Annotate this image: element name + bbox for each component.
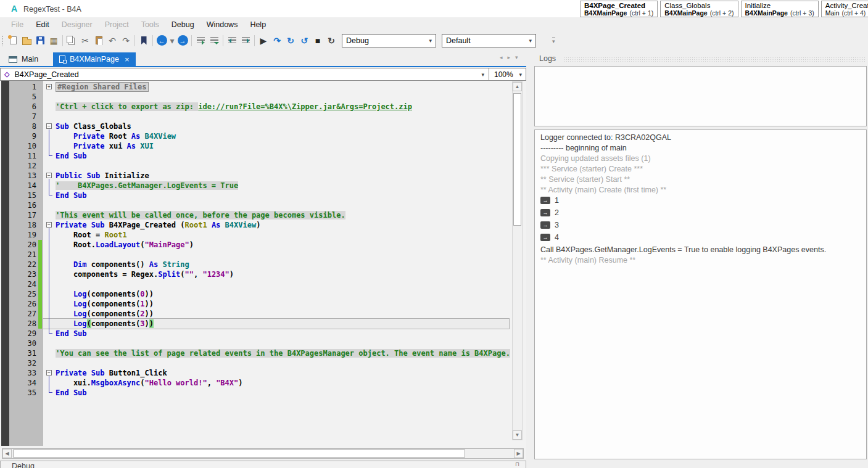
code-line-18[interactable]: −Private Sub B4XPage_Created (Root1 As B… [43, 220, 509, 230]
save-icon[interactable] [33, 34, 47, 47]
fold-collapse-icon[interactable]: − [46, 222, 52, 228]
tab-list-icon[interactable]: ▾ [515, 54, 518, 60]
toolbar-overflow-icon[interactable]: ▾ [552, 37, 555, 44]
cut-icon[interactable]: ✂ [78, 34, 92, 47]
navigate-forward-icon[interactable]: → [176, 34, 189, 47]
code-editor[interactable]: 1567891011121314151617181920212223242526… [0, 81, 526, 459]
fold-expand-icon[interactable]: + [46, 84, 52, 89]
quick-access-b4xpage_created[interactable]: B4XPage_CreatedB4XMainPage(ctrl + 1) [580, 1, 658, 17]
code-line-5[interactable] [43, 92, 509, 102]
code-line-31[interactable]: 'You can see the list of page related ev… [43, 348, 509, 358]
code-line-11[interactable]: End Sub [43, 151, 509, 161]
code-line-17[interactable]: 'This event will be called once, before … [43, 210, 509, 220]
step-over-icon[interactable]: ↻ [284, 34, 297, 47]
editor-horizontal-scrollbar[interactable]: ◀ ▶ [2, 448, 524, 459]
code-line-30[interactable] [43, 339, 509, 348]
logs-panel-drag-texture[interactable] [564, 57, 865, 62]
new-project-icon[interactable] [6, 34, 20, 47]
menu-file[interactable]: File [5, 18, 30, 31]
code-line-15[interactable]: End Sub [43, 191, 509, 200]
breakpoint-margin[interactable] [1, 81, 9, 446]
vertical-scroll-thumb[interactable] [513, 93, 521, 226]
code-line-29[interactable]: End Sub [43, 329, 509, 339]
menu-edit[interactable]: Edit [30, 18, 56, 31]
code-line-28[interactable]: Log(components(3)) [43, 319, 509, 329]
code-line-19[interactable]: Root = Root1 [43, 230, 509, 240]
code-line-32[interactable] [43, 358, 509, 368]
navigate-back-icon[interactable]: ← [155, 34, 168, 47]
undo-icon[interactable]: ↶ [105, 34, 119, 47]
menu-project[interactable]: Project [99, 18, 135, 31]
menu-debug[interactable]: Debug [165, 18, 200, 31]
run-icon[interactable]: ▶ [257, 34, 270, 47]
logs-upper-area[interactable] [534, 66, 867, 126]
tab-main[interactable]: Main [2, 52, 44, 66]
editor-zoom-select[interactable]: 100% ▾ [489, 68, 526, 81]
bookmark-icon[interactable] [137, 34, 151, 47]
dock-icon[interactable]: ⊓ [515, 461, 519, 467]
menu-designer[interactable]: Designer [56, 18, 99, 31]
tab-scroll-right-icon[interactable]: ▸ [508, 54, 511, 60]
horizontal-scroll-thumb[interactable] [13, 450, 465, 458]
code-line-16[interactable] [43, 200, 509, 210]
fold-collapse-icon[interactable]: − [46, 123, 52, 129]
paste-icon[interactable] [92, 34, 105, 47]
code-line-20[interactable]: Root.LoadLayout("MainPage") [43, 240, 509, 250]
code-line-9[interactable]: Private Root As B4XView [43, 131, 509, 141]
code-text: End Sub [56, 151, 87, 161]
code-line-7[interactable] [43, 112, 509, 121]
format-code-icon[interactable] [194, 34, 207, 47]
code-line-24[interactable] [43, 279, 509, 289]
code-line-12[interactable] [43, 161, 509, 171]
comment-code-icon[interactable] [207, 34, 221, 47]
line-number: 35 [28, 388, 36, 398]
redo-icon[interactable]: ↷ [119, 34, 133, 47]
code-line-1[interactable]: +#Region Shared Files [43, 82, 509, 92]
code-line-10[interactable]: Private xui As XUI [43, 141, 509, 151]
quick-access-activity_create[interactable]: Activity_CreateMain(ctrl + 4) [821, 1, 868, 17]
method-select[interactable]: ◇ B4XPage_Created ▾ [0, 68, 489, 81]
editor-vertical-scrollbar[interactable]: ▲ ▼ [512, 81, 523, 440]
code-line-26[interactable]: Log(components(1)) [43, 299, 509, 309]
code-line-35[interactable]: End Sub [43, 388, 509, 398]
shift-left-icon[interactable] [225, 34, 239, 47]
code-line-8[interactable]: −Sub Class_Globals [43, 121, 509, 131]
logs-output-area[interactable]: Logger connected to: R3CRA02QGAL--------… [534, 129, 867, 459]
build-configuration-select[interactable]: Default ▾ [442, 34, 536, 47]
code-line-14[interactable]: ' B4XPages.GetManager.LogEvents = True [43, 181, 509, 191]
step-out-icon[interactable]: ↺ [297, 34, 311, 47]
quick-access-initialize[interactable]: InitializeB4XMainPage(ctrl + 3) [741, 1, 819, 17]
scroll-down-icon[interactable]: ▼ [513, 430, 522, 440]
shift-right-icon[interactable] [239, 34, 252, 47]
copy-icon[interactable] [65, 34, 78, 47]
tab-b4xmainpage[interactable]: B4XMainPage× [53, 52, 136, 66]
code-line-23[interactable]: components = Regex.Split("", "1234") [43, 269, 509, 279]
open-project-icon[interactable] [20, 34, 33, 47]
code-line-13[interactable]: −Public Sub Initialize [43, 171, 509, 181]
rebuild-icon[interactable]: ↻ [324, 34, 338, 47]
modules-icon[interactable]: ▦ [47, 34, 60, 47]
code-line-6[interactable]: 'Ctrl + click to export as zip: ide://ru… [43, 102, 509, 112]
scroll-left-icon[interactable]: ◀ [2, 449, 12, 458]
quick-access-class_globals[interactable]: Class_GlobalsB4XMainPage(ctrl + 2) [660, 1, 738, 17]
code-line-33[interactable]: −Private Sub Button1_Click [43, 368, 509, 378]
menu-help[interactable]: Help [244, 18, 272, 31]
debug-mode-select[interactable]: Debug ▾ [342, 34, 436, 47]
scroll-right-icon[interactable]: ▶ [514, 449, 523, 458]
code-line-34[interactable]: xui.MsgboxAsync("Hello world!", "B4X") [43, 378, 509, 388]
code-text: Private Sub Button1_Click [56, 368, 167, 378]
close-icon[interactable]: × [125, 55, 130, 64]
code-line-21[interactable] [43, 250, 509, 260]
step-into-icon[interactable]: ↷ [270, 34, 284, 47]
fold-collapse-icon[interactable]: − [46, 370, 52, 376]
stop-icon[interactable]: ■ [311, 34, 324, 47]
menu-tools[interactable]: Tools [135, 18, 165, 31]
code-line-22[interactable]: Dim components() As String [43, 260, 509, 269]
code-line-27[interactable]: Log(components(2)) [43, 309, 509, 319]
menu-windows[interactable]: Windows [200, 18, 244, 31]
back-dropdown-caret-icon[interactable]: ▾ [168, 34, 176, 47]
fold-collapse-icon[interactable]: − [46, 173, 52, 178]
scroll-up-icon[interactable]: ▲ [513, 82, 522, 91]
tab-scroll-left-icon[interactable]: ◂ [500, 54, 503, 60]
code-line-25[interactable]: Log(components(0)) [43, 289, 509, 299]
